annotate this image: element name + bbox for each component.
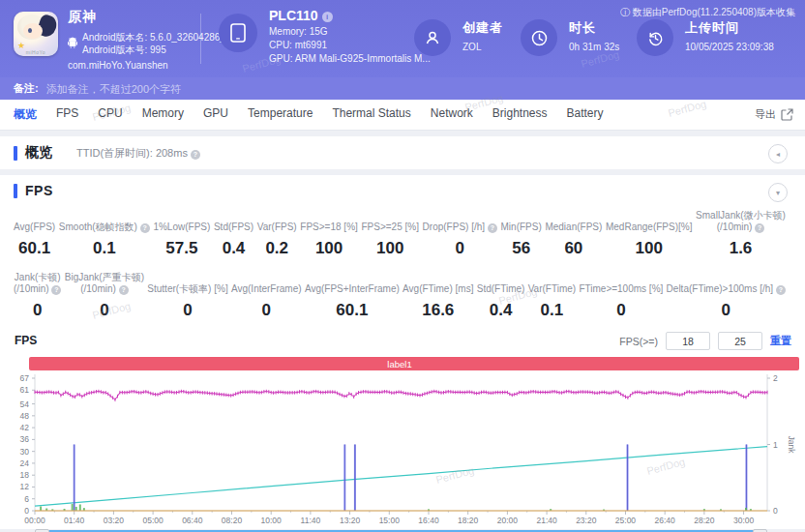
fps-threshold-input-1[interactable] (666, 332, 710, 350)
svg-text:48: 48 (20, 411, 30, 421)
creator-value: ZOL (462, 42, 503, 52)
stat-label: Stutter(卡顿率) [%] (147, 283, 227, 295)
fps-collapse-button[interactable]: ▾ (768, 183, 788, 202)
stat-value: 0.2 (257, 239, 297, 258)
stat-item: Jank(卡顿)(/10min) ?0 (14, 272, 61, 320)
fps-threshold-input-2[interactable] (718, 332, 762, 350)
note-bar: 备注: (0, 77, 805, 100)
stat-value: 0 (579, 301, 663, 320)
tab-temperature[interactable]: Temperature (238, 106, 322, 123)
stat-label: FPS>=18 [%] (300, 222, 357, 233)
stat-value: 0 (65, 301, 144, 320)
stat-value: 0.4 (214, 239, 253, 258)
fps-stats-row2: Jank(卡顿)(/10min) ?0BigJank(严重卡顿)(/10min)… (0, 268, 805, 320)
stat-label: Avg(FPS+InterFrame) (305, 283, 400, 295)
stat-label: Std(FPS) (214, 222, 253, 233)
app-icon: ★miHoYo (14, 12, 58, 56)
stat-item: Stutter(卡顿率) [%]0 (147, 283, 227, 320)
device-block: PLC110i Memory: 15G CPU: mt6991 GPU: ARM… (219, 8, 431, 66)
stat-value: 0.1 (59, 239, 150, 258)
stat-item: Smooth(稳帧指数) ?0.1 (59, 222, 150, 258)
stat-value: 16.6 (402, 301, 473, 320)
stat-label: Median(FPS) (545, 222, 602, 233)
tab-概览[interactable]: 概览 (4, 106, 46, 123)
stat-item: Median(FPS)60 (545, 222, 602, 258)
stat-item: FPS>=18 [%]100 (300, 222, 357, 258)
device-info-icon[interactable]: i (322, 12, 333, 22)
stat-item: FPS>=25 [%]100 (361, 222, 418, 258)
tab-network[interactable]: Network (421, 106, 483, 123)
svg-text:16:40: 16:40 (418, 516, 439, 525)
svg-text:21:40: 21:40 (536, 516, 557, 525)
stat-label: 1%Low(FPS) (153, 222, 210, 233)
stat-item: 1%Low(FPS)57.5 (153, 222, 210, 258)
stat-item: Var(FTime)0.1 (528, 283, 576, 320)
metric-tabbar: 概览FPSCPUMemoryGPUTemperatureThermal Stat… (0, 100, 805, 131)
svg-text:08:20: 08:20 (222, 516, 243, 525)
tab-brightness[interactable]: Brightness (483, 106, 557, 123)
upload-time-block: 上传时间 10/05/2025 23:09:38 (637, 19, 774, 56)
svg-text:05:00: 05:00 (142, 516, 164, 525)
help-icon[interactable]: ? (755, 223, 764, 233)
stat-label: Avg(FTime) [ms] (402, 283, 473, 295)
svg-text:24: 24 (20, 458, 30, 468)
fps-section-title: FPS (25, 183, 53, 198)
stat-value: 0 (231, 301, 302, 320)
device-memory: Memory: 15G (269, 25, 431, 39)
threshold-reset-link[interactable]: 重置 (770, 334, 791, 348)
duration-label: 时长 (569, 19, 619, 37)
note-input[interactable] (45, 82, 435, 96)
stat-item: Drop(FPS) [/h] ?0 (423, 222, 497, 258)
svg-text:30:00: 30:00 (733, 516, 755, 525)
svg-text:00:00: 00:00 (24, 516, 45, 525)
stat-item: Std(FPS)0.4 (214, 222, 253, 258)
svg-text:28:20: 28:20 (694, 516, 715, 525)
fps-card: FPS ▾ Avg(FPS)60.1Smooth(稳帧指数) ?0.11%Low… (0, 175, 805, 529)
stat-item: Avg(InterFrame)0 (231, 283, 302, 320)
stat-value: 0 (14, 301, 61, 320)
svg-text:1: 1 (773, 440, 778, 450)
tab-cpu[interactable]: CPU (88, 106, 132, 123)
help-icon[interactable]: ? (191, 150, 200, 160)
help-icon[interactable]: ? (140, 223, 150, 233)
help-icon[interactable]: ? (51, 285, 61, 295)
svg-text:0: 0 (773, 506, 778, 516)
device-cpu: CPU: mt6991 (269, 39, 431, 52)
stat-item: Delta(FTime)>100ms [/h] ?0 (667, 283, 786, 320)
svg-text:54: 54 (20, 399, 30, 409)
stat-value: 0 (667, 301, 786, 320)
stat-label: Std(FTime) (477, 283, 525, 295)
phone-icon (219, 14, 257, 52)
fps-chart-title: FPS (15, 334, 37, 347)
stat-label: Drop(FPS) [/h] ? (423, 222, 497, 233)
svg-text:26:40: 26:40 (655, 516, 676, 525)
tab-memory[interactable]: Memory (133, 106, 194, 123)
svg-text:01:40: 01:40 (64, 516, 85, 525)
svg-text:67: 67 (20, 373, 30, 383)
svg-text:03:20: 03:20 (104, 516, 125, 525)
help-icon[interactable]: ? (776, 285, 786, 295)
info-icon: ⓘ (620, 7, 633, 17)
tab-thermal-status[interactable]: Thermal Status (322, 106, 420, 123)
svg-text:23:20: 23:20 (576, 516, 597, 525)
svg-text:30: 30 (20, 447, 30, 457)
tab-fps[interactable]: FPS (46, 106, 88, 123)
svg-text:Jank: Jank (787, 436, 796, 455)
stat-label: FPS>=25 [%] (361, 222, 418, 233)
header-divider (200, 14, 201, 64)
stat-label: BigJank(严重卡顿)(/10min) ? (65, 272, 144, 295)
help-icon[interactable]: ? (488, 223, 497, 233)
help-icon[interactable]: ? (119, 285, 129, 295)
upload-time-value: 10/05/2025 23:09:38 (685, 42, 774, 52)
svg-text:18: 18 (20, 470, 30, 480)
stat-label: Var(FTime) (528, 283, 576, 295)
tab-battery[interactable]: Battery (557, 106, 613, 123)
svg-text:13:20: 13:20 (340, 516, 361, 525)
svg-text:36: 36 (20, 434, 30, 444)
export-button[interactable]: 导出 (755, 100, 793, 130)
overview-collapse-button[interactable]: ◂ (768, 144, 788, 163)
svg-text:15:00: 15:00 (379, 516, 401, 525)
tab-gpu[interactable]: GPU (194, 106, 238, 123)
stat-value: 100 (300, 239, 357, 258)
stat-value: 0 (147, 301, 227, 320)
